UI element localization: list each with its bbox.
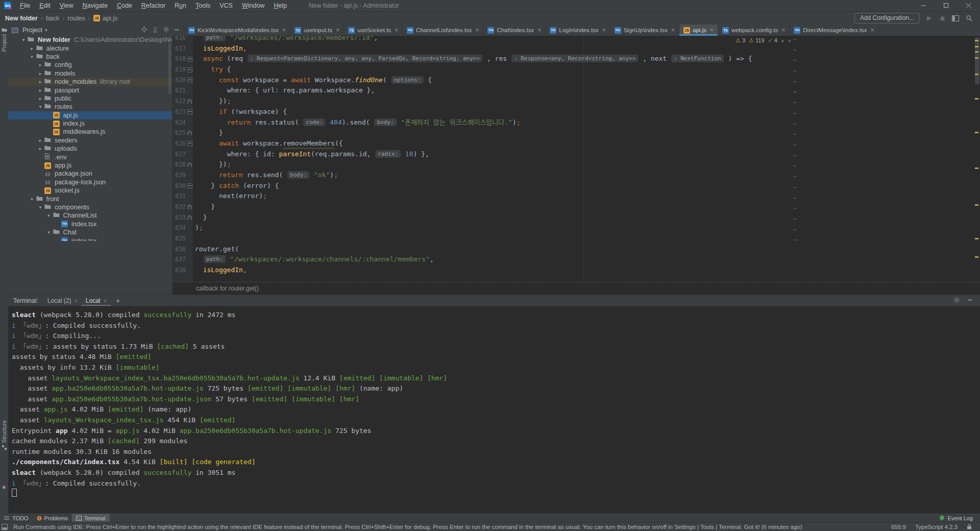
error-stripe-mark[interactable] [975, 132, 978, 133]
close-tab-icon[interactable]: × [537, 27, 541, 34]
tree-chevron-icon[interactable]: ▸ [36, 79, 44, 84]
menu-code[interactable]: Code [112, 0, 137, 11]
error-stripe-mark[interactable] [975, 98, 978, 100]
close-tab-icon[interactable]: × [871, 27, 874, 34]
code-line[interactable]: 618 async (req : Request<ParamsDictionar… [173, 54, 980, 64]
tree-item--env[interactable]: .env [8, 153, 172, 161]
language-level[interactable]: TypeScript 4.2.3 [915, 524, 958, 530]
code-line[interactable]: 633 } [173, 212, 980, 223]
tree-chevron-icon[interactable]: ▸ [36, 146, 44, 151]
terminal-tab-local[interactable]: Local× [82, 295, 111, 306]
tree-item-socket-js[interactable]: JSsocket.js [8, 186, 172, 195]
tree-item-passport[interactable]: ▸passport [8, 86, 172, 94]
settings-gear-icon[interactable] [163, 26, 169, 35]
locate-file-icon[interactable] [141, 26, 148, 35]
fold-marker-icon[interactable] [187, 109, 192, 114]
tree-item-components[interactable]: ▾components [8, 203, 172, 211]
tree-item-index-tsx[interactable]: TSXindex.tsx [8, 236, 172, 241]
tree-chevron-icon[interactable]: ▸ [36, 138, 44, 143]
next-error-icon[interactable]: ∨ [788, 38, 792, 43]
inspections-widget[interactable]: ⚠ 3 ⚠ 119 ✓ 4 ∧ ∨ [736, 37, 791, 44]
maximize-button[interactable] [935, 0, 958, 11]
code-line[interactable]: 630 } catch (error) { [173, 181, 980, 191]
code-editor[interactable]: 616 path: "/workspaces/:workspace/member… [173, 36, 980, 282]
menu-window[interactable]: Window [237, 0, 269, 11]
tree-item-index-tsx[interactable]: TSXindex.tsx [8, 220, 172, 228]
close-tab-icon[interactable]: × [74, 298, 77, 304]
terminal-tab-local-2-[interactable]: Local (2)× [43, 295, 82, 306]
breadcrumb-root[interactable]: New folder [5, 15, 38, 22]
favorites-tool-button[interactable]: ★ [0, 484, 8, 491]
tree-item-package-lock-json[interactable]: {;}package-lock.json [8, 178, 172, 186]
close-tab-icon[interactable]: × [282, 27, 286, 34]
hide-panel-icon[interactable] [174, 26, 180, 35]
editor-tab-api-js[interactable]: JSapi.js× [679, 25, 718, 36]
code-line[interactable]: 628 }); [173, 159, 980, 170]
tree-item-channellist[interactable]: ▾ChannelList [8, 211, 172, 220]
tree-chevron-icon[interactable]: ▾ [36, 205, 44, 210]
code-line[interactable]: 627 where: { id: parseInt(req.params.id,… [173, 149, 980, 160]
menu-view[interactable]: View [55, 0, 78, 11]
close-tab-icon[interactable]: × [336, 27, 339, 34]
close-tab-icon[interactable]: × [395, 27, 398, 34]
tree-item-uploads[interactable]: ▸uploads [8, 144, 172, 153]
code-line[interactable]: 638 isLoggedIn, [173, 265, 980, 276]
code-line[interactable]: 632 } [173, 202, 980, 212]
tree-chevron-icon[interactable]: ▸ [36, 96, 44, 101]
tree-item-package-json[interactable]: {;}package.json [8, 170, 172, 178]
tree-item-public[interactable]: ▸public [8, 94, 172, 103]
editor-scrollbar-thumb[interactable] [975, 37, 979, 84]
code-line[interactable]: 620 const workspace = await Workspace.fi… [173, 75, 980, 86]
fold-marker-icon[interactable] [187, 67, 192, 73]
breadcrumb-back[interactable]: back [46, 15, 59, 22]
editor-tab-webpack-config-ts[interactable]: TSwebpack.config.ts× [718, 25, 790, 36]
layout-icon[interactable] [951, 14, 960, 22]
editor-tab-useinput-ts[interactable]: TSuseInput.ts× [290, 25, 344, 36]
caret-position[interactable]: 655:9 [891, 524, 906, 530]
menu-vcs[interactable]: VCS [215, 0, 237, 11]
fold-end-icon[interactable] [187, 99, 192, 104]
error-stripe[interactable] [973, 36, 980, 282]
problems-tool-button[interactable]: Problems [33, 514, 72, 522]
close-tab-icon[interactable]: × [781, 27, 785, 34]
add-configuration-button[interactable]: Add Configuration... [854, 13, 920, 23]
tree-item-seeders[interactable]: ▸seeders [8, 136, 172, 144]
fold-end-icon[interactable] [187, 215, 192, 220]
close-tab-icon[interactable]: × [104, 298, 107, 304]
code-line[interactable]: 634); [173, 223, 980, 233]
minimize-button[interactable] [913, 0, 935, 11]
code-line[interactable]: 625 } [173, 128, 980, 138]
error-stripe-mark[interactable] [975, 51, 978, 53]
code-line[interactable]: 617 isLoggedIn, [173, 43, 980, 54]
code-line[interactable]: 629 return res.send( body: "ok"); [173, 170, 980, 181]
tree-item-app-js[interactable]: JSapp.js [8, 161, 172, 170]
menu-file[interactable]: File [15, 0, 35, 11]
menu-edit[interactable]: Edit [35, 0, 55, 11]
close-tab-icon[interactable]: × [602, 27, 606, 34]
menu-help[interactable]: Help [269, 0, 291, 11]
code-line[interactable]: 619 try { [173, 64, 980, 75]
close-tab-icon[interactable]: × [671, 27, 675, 34]
fold-end-icon[interactable] [187, 204, 192, 209]
fold-marker-icon[interactable] [187, 78, 192, 83]
tree-item-alecture[interactable]: ▸alecture [8, 44, 172, 52]
code-line[interactable]: 637 path: "/workspaces/:workspace/channe… [173, 254, 980, 265]
close-button[interactable] [958, 0, 980, 11]
status-message[interactable]: Run Commands using IDE: Press Ctrl+Enter… [13, 524, 802, 530]
editor-tab-usesocket-ts[interactable]: TSuseSocket.ts× [344, 25, 403, 36]
run-icon[interactable] [925, 14, 933, 22]
breadcrumb-file[interactable]: api.js [103, 15, 117, 22]
error-stripe-mark[interactable] [975, 167, 978, 169]
code-line[interactable]: 626 await workspace.removeMembers({ [173, 138, 980, 149]
fold-marker-icon[interactable] [187, 183, 192, 188]
new-terminal-icon[interactable]: + [111, 297, 125, 305]
editor-tab-signup-index-tsx[interactable]: TSXSignUp\index.tsx× [610, 25, 679, 36]
tree-item-api-js[interactable]: JSapi.js [8, 111, 172, 119]
error-stripe-mark[interactable] [975, 40, 978, 41]
editor-tab-kickworkspacemodal-index-tsx[interactable]: TSXKickWorkspaceModal\index.tsx× [184, 25, 290, 36]
tree-chevron-icon[interactable]: ▾ [19, 37, 28, 42]
tree-item-back[interactable]: ▾back [8, 53, 172, 61]
tree-chevron-icon[interactable]: ▾ [36, 104, 44, 109]
event-log-button[interactable]: Event Log [939, 515, 980, 521]
tool-window-toggle-icon[interactable] [2, 524, 8, 531]
